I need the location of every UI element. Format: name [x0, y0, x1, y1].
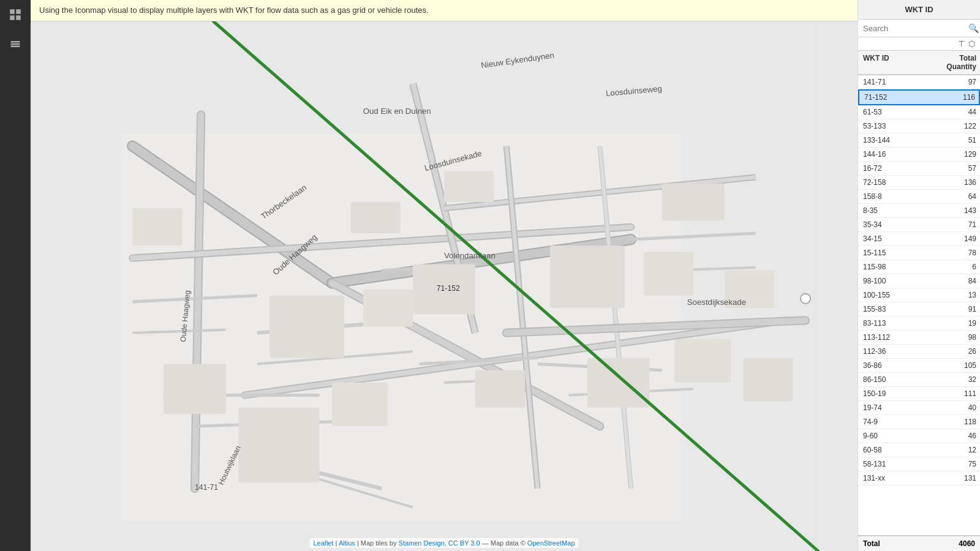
table-row[interactable]: 36-86105: [858, 359, 980, 373]
cell-quantity: 122: [937, 119, 980, 133]
cell-wkt-id: 74-9: [858, 415, 937, 429]
svg-rect-60: [662, 184, 725, 221]
cell-wkt-id: 53-133: [858, 119, 937, 133]
cell-wkt-id: 72-158: [858, 176, 937, 189]
table-row[interactable]: 115-986: [858, 260, 980, 274]
map-svg: Nieuw Eykenduynen Loosduinseweg Oud Eik …: [31, 21, 858, 551]
cell-wkt-id: 8-35: [858, 204, 937, 217]
table-header: WKT ID Total Quantity: [858, 51, 980, 75]
svg-rect-1: [16, 9, 21, 14]
table-row[interactable]: 131-xx131: [858, 471, 980, 485]
svg-rect-59: [444, 171, 494, 202]
table-body: 141-719771-15211661-534453-133122133-144…: [858, 75, 980, 535]
cell-quantity: 40: [937, 401, 980, 414]
cell-wkt-id: 155-83: [858, 302, 937, 316]
main-area: Using the Iconmap visual to display mult…: [31, 0, 858, 551]
table-row[interactable]: 58-13175: [858, 457, 980, 471]
cell-quantity: 116: [936, 91, 979, 104]
cell-wkt-id: 98-100: [858, 274, 937, 288]
table-row[interactable]: 74-9118: [858, 415, 980, 429]
footer-total: 4060: [932, 539, 975, 548]
cell-quantity: 6: [937, 260, 980, 274]
cell-quantity: 149: [937, 232, 980, 246]
cell-quantity: 78: [937, 246, 980, 260]
cell-wkt-id: 60-58: [858, 443, 937, 457]
table-row[interactable]: 8-35143: [858, 204, 980, 218]
search-input[interactable]: [863, 24, 966, 33]
cell-quantity: 13: [937, 288, 980, 302]
osm-link[interactable]: OpenStreetMap: [527, 539, 575, 547]
cell-quantity: 111: [937, 387, 980, 400]
table-row[interactable]: 98-10084: [858, 274, 980, 288]
table-row[interactable]: 61-5344: [858, 105, 980, 119]
table-row[interactable]: 72-158136: [858, 176, 980, 190]
cell-quantity: 98: [937, 331, 980, 344]
banner-text: Using the Iconmap visual to display mult…: [39, 6, 429, 15]
cell-quantity: 75: [937, 457, 980, 471]
table-row[interactable]: 83-11319: [858, 317, 980, 331]
svg-rect-0: [10, 9, 15, 14]
svg-rect-54: [475, 370, 525, 408]
table-row[interactable]: 144-16129: [858, 148, 980, 162]
cell-quantity: 118: [937, 415, 980, 429]
table-row[interactable]: 16-7257: [858, 162, 980, 176]
download-icon[interactable]: ⬡: [968, 39, 975, 48]
stamen-link[interactable]: Stamen Design, CC BY 3.0: [399, 539, 480, 547]
banner: Using the Iconmap visual to display mult…: [31, 0, 858, 21]
cell-wkt-id: 9-60: [858, 429, 937, 443]
table-row[interactable]: 9-6046: [858, 429, 980, 443]
svg-rect-47: [363, 290, 413, 327]
cell-quantity: 84: [937, 274, 980, 288]
svg-rect-55: [587, 358, 650, 408]
cell-wkt-id: 115-98: [858, 260, 937, 274]
table-row[interactable]: 34-15149: [858, 232, 980, 246]
cell-quantity: 97: [937, 75, 980, 89]
table-row[interactable]: 155-8391: [858, 302, 980, 317]
table-row[interactable]: 133-14451: [858, 133, 980, 148]
table-row[interactable]: 71-152116: [858, 89, 980, 105]
table-row[interactable]: 158-864: [858, 190, 980, 204]
cell-quantity: 143: [937, 204, 980, 217]
cell-quantity: 32: [937, 373, 980, 386]
cell-wkt-id: 86-150: [858, 373, 937, 386]
table-row[interactable]: 53-133122: [858, 119, 980, 133]
cell-quantity: 129: [937, 148, 980, 161]
grid-icon[interactable]: [7, 6, 24, 23]
layers-icon[interactable]: [7, 36, 24, 53]
cell-quantity: 131: [937, 471, 980, 485]
svg-rect-58: [350, 202, 400, 233]
cell-wkt-id: 150-19: [858, 387, 937, 400]
altius-link[interactable]: Altius: [339, 539, 355, 547]
cell-wkt-id: 34-15: [858, 232, 937, 246]
svg-rect-49: [550, 246, 625, 308]
cell-quantity: 64: [937, 190, 980, 203]
cell-quantity: 44: [937, 105, 980, 119]
cell-wkt-id: 15-115: [858, 246, 937, 260]
cell-wkt-id: 71-152: [859, 91, 936, 104]
cell-quantity: 136: [937, 176, 980, 189]
table-row[interactable]: 15-11578: [858, 246, 980, 260]
cell-quantity: 105: [937, 359, 980, 372]
table-row[interactable]: 100-15513: [858, 288, 980, 302]
col-header-wkt-id: WKT ID: [858, 51, 937, 74]
cell-quantity: 46: [937, 429, 980, 443]
table-row[interactable]: 19-7440: [858, 401, 980, 415]
leaflet-link[interactable]: Leaflet: [314, 539, 334, 547]
table-row[interactable]: 112-3626: [858, 345, 980, 359]
svg-text:Soestdijksekade: Soestdijksekade: [687, 298, 746, 307]
cell-quantity: 12: [937, 443, 980, 457]
table-row[interactable]: 60-5812: [858, 443, 980, 457]
table-row[interactable]: 35-3471: [858, 218, 980, 232]
svg-rect-52: [238, 408, 319, 482]
table-row[interactable]: 113-11298: [858, 331, 980, 345]
filter-icon[interactable]: ⊤: [958, 39, 965, 48]
cell-wkt-id: 158-8: [858, 190, 937, 203]
table-row[interactable]: 150-19111: [858, 387, 980, 401]
cell-wkt-id: 58-131: [858, 457, 937, 471]
filter-toolbar: ⊤ ⬡: [858, 37, 980, 51]
cell-wkt-id: 35-34: [858, 218, 937, 231]
table-row[interactable]: 141-7197: [858, 75, 980, 89]
table-row[interactable]: 86-15032: [858, 373, 980, 387]
svg-rect-46: [270, 296, 344, 358]
map-container[interactable]: Nieuw Eykenduynen Loosduinseweg Oud Eik …: [31, 21, 858, 551]
